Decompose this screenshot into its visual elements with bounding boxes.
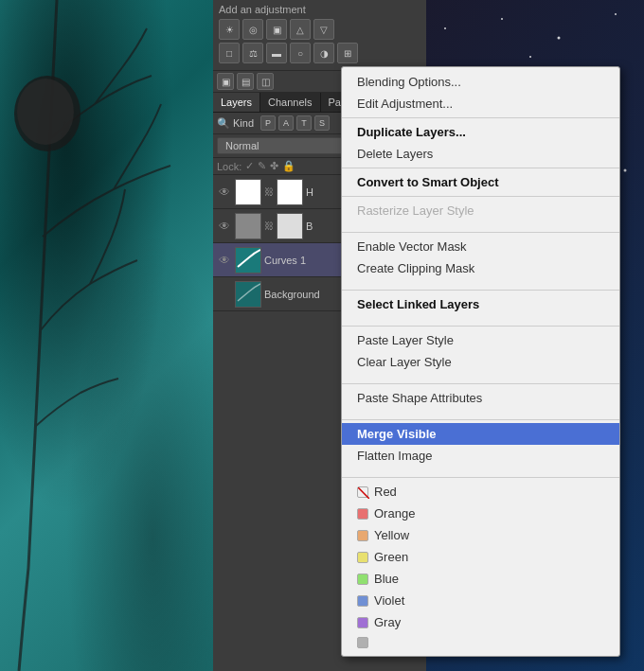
gray-dot — [357, 637, 368, 648]
menu-paste-layer-style[interactable]: Clear Layer Style — [342, 351, 619, 373]
lock-brush-icon[interactable]: ✎ — [258, 160, 266, 172]
menu-sep-5 — [342, 290, 619, 291]
menu-sep-9 — [342, 477, 619, 478]
triangle-icon[interactable]: △ — [290, 19, 311, 40]
menu-rasterize-layers[interactable]: Rasterize Layer Style — [342, 200, 619, 221]
menu-edit-adjustment[interactable]: Edit Adjustment... — [342, 93, 619, 115]
layer-visibility-h[interactable]: 👁 — [217, 185, 232, 200]
panel-icon2[interactable]: ▤ — [237, 73, 254, 90]
search-icon: 🔍 — [217, 117, 230, 130]
panel-icon1[interactable]: ▣ — [217, 73, 234, 90]
context-menu: Blending Options... Edit Adjustment... D… — [341, 66, 620, 657]
filter-pixel-icon[interactable]: P — [260, 115, 276, 131]
toolbar-icons-row2: □ ⚖ ▬ ○ ◑ ⊞ — [219, 43, 416, 63]
background-photo-left — [0, 0, 218, 671]
menu-gray[interactable] — [342, 633, 619, 652]
svg-line-20 — [358, 487, 369, 499]
curves-icon[interactable]: ◎ — [242, 19, 263, 40]
violet-dot — [357, 617, 368, 628]
menu-sep-4 — [342, 232, 619, 233]
svg-point-1 — [17, 79, 74, 145]
grid-icon[interactable]: ⊞ — [337, 43, 358, 63]
menu-sep-1 — [342, 117, 619, 118]
menu-sep-2 — [342, 168, 619, 168]
square1-icon[interactable]: □ — [219, 43, 240, 63]
layer-visibility-b[interactable]: 👁 — [217, 219, 232, 234]
menu-copy-layer-style[interactable]: Paste Layer Style — [342, 329, 619, 351]
menu-rasterize-layer-style[interactable] — [342, 221, 619, 229]
top-toolbar: Add an adjustment ☀ ◎ ▣ △ ▽ □ ⚖ ▬ ○ ◑ ⊞ — [213, 0, 421, 71]
down-arrow-icon[interactable]: ▽ — [313, 19, 334, 40]
circle-icon[interactable]: ○ — [290, 43, 311, 63]
tab-layers[interactable]: Layers — [213, 93, 260, 112]
svg-point-5 — [529, 56, 531, 58]
blue-label: Violet — [374, 593, 404, 608]
lock-all-icon[interactable]: 🔒 — [282, 160, 295, 172]
layer-thumb-h2 — [277, 179, 303, 205]
layer-visibility-curves[interactable]: 👁 — [217, 253, 232, 268]
menu-violet[interactable]: Gray — [342, 611, 619, 633]
toolbar-icons-row1: ☀ ◎ ▣ △ ▽ — [219, 19, 416, 40]
color-wheel-icon[interactable]: ◑ — [313, 43, 334, 63]
menu-link-layers[interactable]: Select Linked Layers — [342, 293, 619, 315]
violet-label: Gray — [374, 615, 401, 629]
menu-merge-layers[interactable]: Merge Visible — [342, 423, 619, 445]
brightness-icon[interactable]: ☀ — [219, 19, 240, 40]
menu-disable-layer-mask[interactable]: Enable Vector Mask — [342, 236, 619, 257]
menu-clear-layer-style[interactable] — [342, 373, 619, 380]
menu-orange[interactable]: Yellow — [342, 524, 619, 546]
menu-enable-vector-mask[interactable]: Create Clipping Mask — [342, 257, 619, 279]
layer-visibility-bg: 👁 — [217, 287, 232, 302]
orange-label: Yellow — [374, 528, 409, 542]
no-color-label: Red — [374, 485, 397, 499]
menu-green[interactable]: Blue — [342, 568, 619, 590]
red-label: Orange — [374, 506, 415, 521]
add-adjustment-label: Add an adjustment — [219, 4, 416, 15]
yellow-label: Green — [374, 550, 408, 564]
blue-dot — [357, 595, 368, 607]
layer-thumb-h — [235, 179, 261, 205]
layer-chain-b: ⛓ — [264, 221, 274, 231]
green-dot — [357, 574, 368, 585]
svg-point-4 — [501, 18, 503, 20]
red-dot — [357, 508, 368, 520]
menu-merge-visible[interactable]: Flatten Image — [342, 445, 619, 467]
yellow-dot — [357, 552, 368, 563]
balance-icon[interactable]: ⚖ — [242, 43, 263, 63]
svg-point-6 — [558, 37, 561, 40]
menu-select-linked-layers[interactable] — [342, 315, 619, 323]
filter-adj-icon[interactable]: A — [278, 115, 294, 131]
menu-red[interactable]: Orange — [342, 503, 619, 524]
menu-delete-layers[interactable]: Delete Layers — [342, 143, 619, 165]
lock-text-label: Lock: — [217, 161, 242, 172]
menu-convert-smart[interactable]: Convert to Smart Object — [342, 171, 619, 193]
menu-sep-3 — [342, 196, 619, 197]
svg-point-2 — [444, 27, 446, 29]
mask-icon[interactable]: ▣ — [266, 19, 287, 40]
menu-duplicate-layers[interactable]: Duplicate Layers... — [342, 121, 619, 143]
layer-chain-h: ⛓ — [264, 186, 274, 197]
filter-shape-icon[interactable]: S — [314, 115, 330, 131]
menu-blending-options[interactable]: Blending Options... — [342, 71, 619, 93]
no-color-dot — [357, 486, 368, 498]
kind-label: Kind — [233, 117, 254, 129]
svg-point-8 — [615, 13, 617, 15]
menu-no-color[interactable]: Red — [342, 481, 619, 503]
layer-thumb-b2 — [277, 213, 303, 239]
menu-paste-shape-attributes[interactable] — [342, 409, 619, 416]
tab-channels[interactable]: Channels — [260, 93, 320, 112]
layer-thumb-curves — [235, 247, 261, 274]
green-label: Blue — [374, 572, 399, 586]
filter-type-icon[interactable]: T — [296, 115, 312, 131]
lock-move-icon[interactable]: ✤ — [270, 160, 278, 172]
menu-blue[interactable]: Violet — [342, 590, 619, 611]
layer-thumb-b — [235, 213, 261, 239]
menu-flatten-image[interactable] — [342, 467, 619, 474]
lock-checkmark-icon[interactable]: ✓ — [245, 160, 254, 172]
svg-point-13 — [624, 169, 627, 172]
menu-yellow[interactable]: Green — [342, 546, 619, 568]
menu-create-clipping-mask[interactable] — [342, 279, 619, 287]
panel-icon3[interactable]: ◫ — [257, 73, 274, 90]
rect-icon[interactable]: ▬ — [266, 43, 287, 63]
menu-copy-shape-attributes[interactable]: Paste Shape Attributes — [342, 387, 619, 409]
